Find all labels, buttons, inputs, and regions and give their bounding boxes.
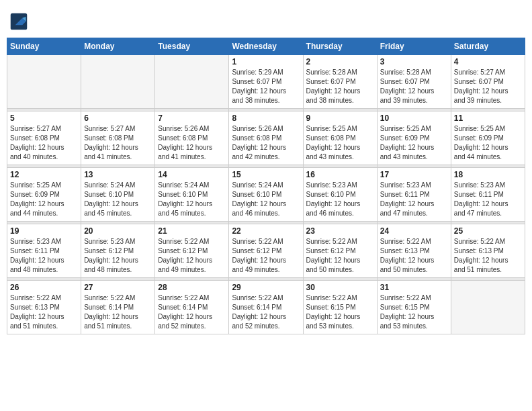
calendar-cell (451, 281, 525, 334)
weekday-header-sunday: Sunday (7, 38, 81, 55)
day-info: Sunrise: 5:25 AM Sunset: 6:08 PM Dayligh… (306, 124, 374, 162)
day-number: 13 (84, 170, 152, 179)
day-number: 21 (158, 226, 226, 236)
day-info: Sunrise: 5:28 AM Sunset: 6:07 PM Dayligh… (380, 68, 448, 105)
day-number: 14 (158, 170, 226, 179)
day-info: Sunrise: 5:22 AM Sunset: 6:15 PM Dayligh… (306, 293, 374, 331)
day-info: Sunrise: 5:24 AM Sunset: 6:10 PM Dayligh… (158, 181, 226, 218)
day-number: 7 (158, 113, 226, 123)
day-info: Sunrise: 5:24 AM Sunset: 6:10 PM Dayligh… (232, 181, 300, 218)
day-info: Sunrise: 5:25 AM Sunset: 6:09 PM Dayligh… (380, 124, 448, 162)
day-number: 19 (10, 226, 78, 236)
weekday-header-saturday: Saturday (451, 38, 525, 55)
day-number: 2 (306, 57, 374, 66)
day-number: 12 (10, 170, 78, 179)
day-info: Sunrise: 5:22 AM Sunset: 6:12 PM Dayligh… (232, 237, 300, 275)
day-number: 6 (84, 113, 152, 123)
calendar-cell: 11Sunrise: 5:25 AM Sunset: 6:09 PM Dayli… (451, 111, 525, 165)
day-info: Sunrise: 5:27 AM Sunset: 6:07 PM Dayligh… (454, 68, 522, 105)
day-info: Sunrise: 5:22 AM Sunset: 6:13 PM Dayligh… (10, 293, 78, 331)
calendar-cell: 19Sunrise: 5:23 AM Sunset: 6:11 PM Dayli… (7, 224, 81, 278)
weekday-header-friday: Friday (377, 38, 451, 55)
calendar-cell: 13Sunrise: 5:24 AM Sunset: 6:10 PM Dayli… (81, 168, 155, 222)
calendar-cell: 25Sunrise: 5:22 AM Sunset: 6:13 PM Dayli… (451, 224, 525, 278)
weekday-header-thursday: Thursday (303, 38, 377, 55)
day-info: Sunrise: 5:25 AM Sunset: 6:09 PM Dayligh… (454, 124, 522, 162)
day-number: 1 (232, 57, 300, 66)
day-number: 26 (10, 283, 78, 292)
calendar-week-row: 1Sunrise: 5:29 AM Sunset: 6:07 PM Daylig… (7, 55, 525, 109)
calendar-cell: 16Sunrise: 5:23 AM Sunset: 6:10 PM Dayli… (303, 168, 377, 222)
day-info: Sunrise: 5:22 AM Sunset: 6:12 PM Dayligh… (306, 237, 374, 275)
calendar-cell: 3Sunrise: 5:28 AM Sunset: 6:07 PM Daylig… (377, 55, 451, 109)
day-number: 24 (380, 226, 448, 236)
calendar-week-row: 26Sunrise: 5:22 AM Sunset: 6:13 PM Dayli… (7, 281, 525, 334)
day-number: 25 (454, 226, 522, 236)
day-number: 31 (380, 283, 448, 292)
day-info: Sunrise: 5:23 AM Sunset: 6:12 PM Dayligh… (84, 237, 152, 275)
day-number: 5 (10, 113, 78, 123)
day-number: 23 (306, 226, 374, 236)
calendar-cell: 5Sunrise: 5:27 AM Sunset: 6:08 PM Daylig… (7, 111, 81, 165)
calendar-cell: 15Sunrise: 5:24 AM Sunset: 6:10 PM Dayli… (229, 168, 303, 222)
calendar-cell: 10Sunrise: 5:25 AM Sunset: 6:09 PM Dayli… (377, 111, 451, 165)
day-number: 4 (454, 57, 522, 66)
calendar-cell: 30Sunrise: 5:22 AM Sunset: 6:15 PM Dayli… (303, 281, 377, 334)
calendar-cell: 12Sunrise: 5:25 AM Sunset: 6:09 PM Dayli… (7, 168, 81, 222)
calendar-cell: 23Sunrise: 5:22 AM Sunset: 6:12 PM Dayli… (303, 224, 377, 278)
calendar-cell: 17Sunrise: 5:23 AM Sunset: 6:11 PM Dayli… (377, 168, 451, 222)
day-info: Sunrise: 5:22 AM Sunset: 6:12 PM Dayligh… (158, 237, 226, 275)
weekday-header-monday: Monday (81, 38, 155, 55)
day-number: 20 (84, 226, 152, 236)
day-info: Sunrise: 5:22 AM Sunset: 6:14 PM Dayligh… (158, 293, 226, 331)
day-info: Sunrise: 5:23 AM Sunset: 6:11 PM Dayligh… (454, 181, 522, 218)
calendar-cell: 14Sunrise: 5:24 AM Sunset: 6:10 PM Dayli… (155, 168, 229, 222)
day-info: Sunrise: 5:27 AM Sunset: 6:08 PM Dayligh… (84, 124, 152, 162)
day-info: Sunrise: 5:27 AM Sunset: 6:08 PM Dayligh… (10, 124, 78, 162)
day-number: 29 (232, 283, 300, 292)
day-number: 18 (454, 170, 522, 179)
day-number: 15 (232, 170, 300, 179)
calendar-cell: 22Sunrise: 5:22 AM Sunset: 6:12 PM Dayli… (229, 224, 303, 278)
page-header (7, 7, 525, 34)
day-number: 30 (306, 283, 374, 292)
logo-icon (9, 12, 28, 31)
weekday-header-wednesday: Wednesday (229, 38, 303, 55)
day-info: Sunrise: 5:23 AM Sunset: 6:10 PM Dayligh… (306, 181, 374, 218)
calendar-cell: 31Sunrise: 5:22 AM Sunset: 6:15 PM Dayli… (377, 281, 451, 334)
day-number: 9 (306, 113, 374, 123)
calendar-cell: 4Sunrise: 5:27 AM Sunset: 6:07 PM Daylig… (451, 55, 525, 109)
calendar-cell: 28Sunrise: 5:22 AM Sunset: 6:14 PM Dayli… (155, 281, 229, 334)
calendar-cell: 24Sunrise: 5:22 AM Sunset: 6:13 PM Dayli… (377, 224, 451, 278)
day-number: 8 (232, 113, 300, 123)
day-info: Sunrise: 5:24 AM Sunset: 6:10 PM Dayligh… (84, 181, 152, 218)
calendar-week-row: 19Sunrise: 5:23 AM Sunset: 6:11 PM Dayli… (7, 224, 525, 278)
day-info: Sunrise: 5:22 AM Sunset: 6:13 PM Dayligh… (454, 237, 522, 275)
calendar-cell: 29Sunrise: 5:22 AM Sunset: 6:14 PM Dayli… (229, 281, 303, 334)
calendar-cell: 9Sunrise: 5:25 AM Sunset: 6:08 PM Daylig… (303, 111, 377, 165)
day-number: 17 (380, 170, 448, 179)
calendar-cell: 1Sunrise: 5:29 AM Sunset: 6:07 PM Daylig… (229, 55, 303, 109)
weekday-header-row: SundayMondayTuesdayWednesdayThursdayFrid… (7, 38, 525, 55)
day-number: 16 (306, 170, 374, 179)
day-info: Sunrise: 5:28 AM Sunset: 6:07 PM Dayligh… (306, 68, 374, 105)
day-info: Sunrise: 5:22 AM Sunset: 6:14 PM Dayligh… (232, 293, 300, 331)
day-number: 10 (380, 113, 448, 123)
calendar-cell: 18Sunrise: 5:23 AM Sunset: 6:11 PM Dayli… (451, 168, 525, 222)
day-info: Sunrise: 5:22 AM Sunset: 6:14 PM Dayligh… (84, 293, 152, 331)
calendar-cell: 27Sunrise: 5:22 AM Sunset: 6:14 PM Dayli… (81, 281, 155, 334)
day-number: 3 (380, 57, 448, 66)
calendar-cell: 7Sunrise: 5:26 AM Sunset: 6:08 PM Daylig… (155, 111, 229, 165)
calendar-cell: 21Sunrise: 5:22 AM Sunset: 6:12 PM Dayli… (155, 224, 229, 278)
calendar-cell (81, 55, 155, 109)
logo (9, 12, 31, 31)
calendar-cell (7, 55, 81, 109)
day-number: 27 (84, 283, 152, 292)
calendar-cell: 6Sunrise: 5:27 AM Sunset: 6:08 PM Daylig… (81, 111, 155, 165)
calendar-cell: 26Sunrise: 5:22 AM Sunset: 6:13 PM Dayli… (7, 281, 81, 334)
day-info: Sunrise: 5:26 AM Sunset: 6:08 PM Dayligh… (232, 124, 300, 162)
calendar-cell (155, 55, 229, 109)
calendar-week-row: 12Sunrise: 5:25 AM Sunset: 6:09 PM Dayli… (7, 168, 525, 222)
day-info: Sunrise: 5:22 AM Sunset: 6:13 PM Dayligh… (380, 237, 448, 275)
calendar-table: SundayMondayTuesdayWednesdayThursdayFrid… (7, 38, 525, 334)
